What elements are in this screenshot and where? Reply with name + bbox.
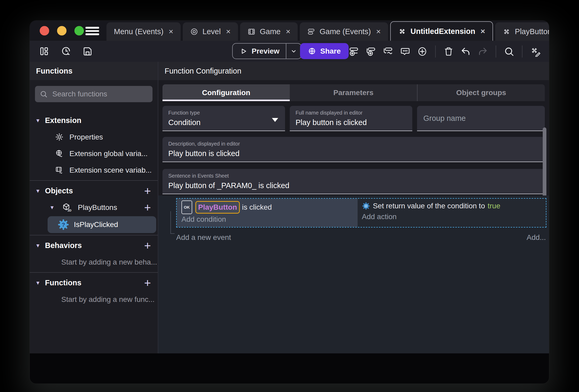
actions-column[interactable]: Set return value of the condition to tru… [358,199,546,227]
tab-label: Game (Events) [319,27,371,36]
close-icon[interactable]: × [481,27,485,36]
tab-untitled-extension[interactable]: UntitledExtension × [390,21,493,41]
tab-game-events[interactable]: Game (Events) × [300,22,388,41]
titlebar: Menu (Events) × Level × Game × Game (Eve… [30,20,549,41]
sidebar-item-extension-global-variables[interactable]: Extension global varia... [30,145,158,162]
film-icon [247,28,256,36]
chevron-down-icon [290,48,297,55]
search-box[interactable] [35,86,153,102]
scene-icon [190,28,198,36]
tab-level[interactable]: Level × [183,22,238,41]
field-label: Full name displayed in editor [296,110,407,116]
project-manager-icon[interactable] [39,46,50,56]
section-behaviors[interactable]: ▾ Behaviors + [30,237,158,254]
close-icon[interactable]: × [286,27,291,36]
group-name-field[interactable] [417,106,545,131]
redo-icon[interactable] [478,46,488,57]
functions-empty-hint: Start by adding a new func... [30,291,158,308]
action-value[interactable]: true [487,200,500,212]
add-circle-icon[interactable] [417,46,428,57]
field-value: Play button of _PARAM0_ is clicked [168,181,539,190]
share-button[interactable]: Share [300,43,349,59]
sidebar-item-playbuttons[interactable]: ▾ 2D PlayButtons + [30,199,158,216]
event-row-selected[interactable]: OK PlayButton is clicked Add condition S… [176,198,546,228]
edit-extension-icon[interactable] [530,46,541,57]
action-text: Set return value of the condition to [373,200,485,212]
section-objects[interactable]: ▾ Objects + [30,183,158,199]
tab-menu-events[interactable]: Menu (Events) × [106,22,181,41]
add-object-button[interactable]: + [144,185,151,197]
close-window-button[interactable] [40,26,49,35]
field-value: Play button is clicked [296,118,407,127]
search-input[interactable] [52,90,148,99]
save-icon[interactable] [82,46,93,56]
behaviors-empty-hint: Start by adding a new beha... [30,254,158,270]
object-label: PlayButtons [78,203,117,212]
add-subevent-icon[interactable] [366,46,376,57]
add-behavior-button[interactable]: + [144,240,151,251]
add-condition-button[interactable]: Add condition [181,214,358,225]
sidebar-body: ▾ Extension Properties Extension global … [30,80,158,353]
condition-instruction[interactable]: OK PlayButton is clicked [181,200,358,214]
events-icon [307,28,315,36]
conditions-column[interactable]: OK PlayButton is clicked Add condition [177,199,358,227]
section-functions[interactable]: ▾ Functions + [30,275,158,291]
history-icon[interactable] [61,46,71,56]
sidebar-item-extension-scene-variables[interactable]: Extension scene variab... [30,162,158,178]
add-function-button[interactable]: + [144,277,151,289]
button-ok-icon: OK [181,200,192,214]
sidebar-item-isplayclicked[interactable]: ? IsPlayClicked [48,216,156,233]
divider [30,180,158,181]
preview-options-button[interactable] [286,44,301,59]
add-comment-icon[interactable] [400,46,410,57]
divider [30,235,158,235]
sidebar-item-label: Properties [69,133,103,141]
sidebar-item-properties[interactable]: Properties [30,129,158,145]
preview-button[interactable]: Preview [232,43,302,59]
add-object-function-button[interactable]: + [144,202,151,213]
section-label: Extension [45,116,82,125]
sentence-field[interactable]: Sentence in Events Sheet Play button of … [162,169,545,194]
object-chip[interactable]: PlayButton [195,201,240,214]
full-name-field[interactable]: Full name displayed in editor Play butto… [290,106,412,131]
minimize-window-button[interactable] [57,26,67,35]
search-icon [40,90,48,98]
add-button[interactable]: Add... [527,233,546,242]
globe-icon [308,47,316,55]
cube-2d-icon: 2D [62,203,72,212]
add-new-event-button[interactable]: Add a new event [176,233,231,242]
search-icon[interactable] [504,46,514,57]
action-instruction[interactable]: Set return value of the condition to tru… [362,200,546,212]
description-field[interactable]: Description, displayed in editor Play bu… [162,137,545,162]
sidebar-item-label: Extension global varia... [69,149,148,158]
tab-label: PlayButtons (Object) [515,27,549,36]
group-name-input[interactable] [423,114,539,123]
tab-configuration[interactable]: Configuration [162,84,290,101]
close-icon[interactable]: × [376,27,381,36]
close-icon[interactable]: × [169,27,174,36]
share-label: Share [320,47,341,55]
undo-icon[interactable] [460,46,471,57]
section-extension[interactable]: ▾ Extension [30,112,158,129]
collapse-arrow-icon[interactable]: ▾ [34,242,42,249]
collapse-arrow-icon[interactable]: ▾ [34,117,42,124]
menu-icon[interactable] [85,27,99,35]
collapse-arrow-icon[interactable]: ▾ [34,187,42,194]
collapse-arrow-icon[interactable]: ▾ [34,279,42,286]
sidebar-title: Functions [30,62,158,80]
close-icon[interactable]: × [226,27,231,36]
delete-icon[interactable] [443,46,454,57]
add-other-event-icon[interactable] [383,46,393,57]
add-event-icon[interactable] [349,46,359,57]
tab-parameters[interactable]: Parameters [290,84,417,101]
add-action-button[interactable]: Add action [362,212,546,222]
collapse-arrow-icon[interactable]: ▾ [48,204,56,211]
tab-label: Game [260,27,281,36]
zoom-window-button[interactable] [74,26,84,35]
spacer [231,233,527,242]
tab-playbuttons-object[interactable]: PlayButtons (Object) × [495,22,549,41]
globe-variable-icon [55,149,64,158]
tab-object-groups[interactable]: Object groups [417,84,545,101]
tab-game[interactable]: Game × [240,22,298,41]
function-type-select[interactable]: Function type Condition [162,106,285,131]
